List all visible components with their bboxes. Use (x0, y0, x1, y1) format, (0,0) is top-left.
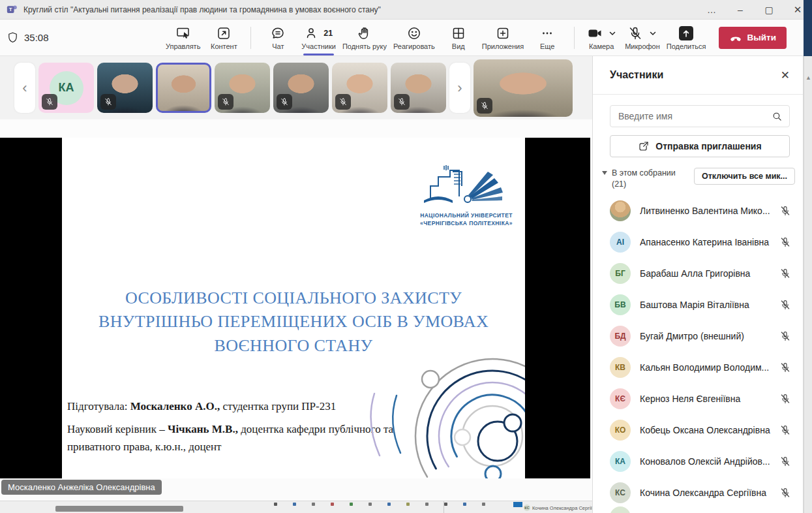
content-share-icon (216, 25, 232, 41)
mic-chevron-down-icon[interactable] (649, 29, 657, 37)
participant-video-tile[interactable] (156, 63, 211, 113)
section-collapse[interactable]: В этом собрании (21) (602, 168, 676, 190)
leave-button[interactable]: Выйти (719, 27, 787, 49)
apps-button[interactable]: Приложения (479, 21, 527, 55)
mic-muted-icon[interactable] (45, 97, 54, 106)
mic-muted-icon[interactable] (104, 97, 113, 106)
participant-row[interactable]: БВ Баштова Марія Віталіївна (593, 289, 803, 320)
video-filmstrip: ‹КА › (0, 56, 592, 119)
teams-logo-icon: T (7, 4, 18, 15)
participant-avatar: КВ (610, 357, 631, 378)
screen-share-artifact (444, 501, 444, 513)
share-screen-button[interactable]: Поделиться (663, 21, 710, 55)
leave-button-label: Выйти (747, 33, 777, 42)
screen-share-artifact-participant: КС Кочина Олександра Сергіївна (524, 505, 600, 511)
next-tiles-button[interactable]: › (449, 63, 470, 113)
previous-tiles-button[interactable]: ‹ (14, 63, 35, 113)
participant-row[interactable]: АІ Апанасенко Катерина Іванівна (593, 226, 803, 258)
participant-row[interactable]: КЄ Керноз Неля Євгеніївна (593, 383, 803, 414)
participant-row[interactable]: БД Бугай Дмитро (внешний) (593, 320, 803, 352)
filmstrip-gap (0, 119, 592, 138)
mic-muted-icon[interactable] (779, 236, 791, 248)
mic-muted-icon[interactable] (779, 393, 791, 405)
mic-muted-icon[interactable] (338, 97, 348, 106)
participant-row[interactable]: КС Кочина Олександра Сергіївна (593, 477, 803, 508)
microphone-button[interactable]: Микрофон (622, 21, 663, 55)
mic-muted-icon[interactable] (397, 97, 406, 106)
participant-video-tile[interactable] (332, 63, 387, 113)
minimize-icon[interactable]: – (726, 0, 755, 19)
panel-close-icon[interactable]: ✕ (781, 69, 790, 82)
participant-video-tile[interactable] (273, 63, 329, 113)
react-button[interactable]: Реагировать (390, 21, 438, 55)
mic-muted-icon[interactable] (221, 97, 230, 106)
participant-avatar: КЄ (610, 388, 631, 409)
participant-search[interactable] (610, 105, 790, 127)
participant-name: Апанасенко Катерина Іванівна (640, 237, 779, 247)
mic-muted-icon[interactable] (779, 487, 791, 499)
manage-button[interactable]: Управлять (162, 21, 203, 55)
mic-muted-icon[interactable] (779, 268, 791, 279)
prepared-name: Москаленко А.О., (130, 400, 220, 412)
camera-chevron-down-icon[interactable] (609, 29, 616, 37)
avatar-initials: КС (615, 488, 625, 497)
mic-muted-icon[interactable] (280, 97, 289, 106)
search-input[interactable] (617, 110, 766, 122)
search-icon[interactable] (772, 111, 783, 122)
participant-video-tile[interactable] (391, 63, 446, 113)
participants-panel: Участники ✕ Отправка приглашения В этом … (592, 56, 804, 513)
titlebar-more-icon[interactable]: … (697, 0, 726, 19)
participant-row[interactable]: КА Коновалов Олексій Андрійов... (593, 446, 803, 477)
raise-hand-button[interactable]: Поднять руку (339, 21, 390, 55)
university-logo: НАЦІОНАЛЬНИЙ УНІВЕРСИТЕТ «ЧЕРНІГІВСЬКА П… (404, 163, 525, 228)
tile-mic-muted-badge (277, 94, 292, 110)
mic-muted-icon[interactable] (779, 330, 791, 342)
participant-row[interactable]: Литвиненко Валентина Мико... (593, 195, 803, 226)
participants-count-badge: 21 (323, 29, 333, 38)
participant-row[interactable]: БГ Барабаш Алла Григорівна (593, 258, 803, 289)
view-button[interactable]: Вид (438, 21, 479, 55)
participant-video-tile[interactable] (97, 63, 153, 113)
mic-muted-icon[interactable] (779, 205, 791, 217)
tile-mic-muted-badge (335, 94, 351, 110)
mic-muted-icon[interactable] (480, 101, 489, 110)
content-button[interactable]: Контент (203, 21, 244, 55)
participant-name: Баштова Марія Віталіївна (640, 300, 779, 310)
chat-button[interactable]: Чат (258, 21, 298, 55)
participant-row[interactable]: КО Кобець Оксана Олександрівна (593, 414, 803, 446)
mic-muted-icon[interactable] (779, 424, 791, 436)
maximize-icon[interactable]: ▢ (755, 0, 783, 19)
participant-row[interactable]: КВ Кальян Володимир Володим... (593, 352, 803, 383)
participant-video-tile[interactable] (215, 63, 270, 113)
prepared-label: Підготувала: (67, 400, 130, 412)
more-button[interactable]: Еще (527, 21, 567, 55)
send-invite-button[interactable]: Отправка приглашения (610, 135, 790, 157)
mic-muted-icon[interactable] (779, 299, 791, 311)
phone-hangup-icon (729, 31, 742, 44)
presenter-name-label: Москаленко Анжеліка Олександрівна (1, 480, 162, 495)
participant-avatar: БВ (610, 294, 631, 315)
mic-muted-icon[interactable] (779, 456, 791, 467)
participant-avatar: АІ (610, 232, 631, 253)
logo-text-line2: «ЧЕРНІГІВСЬКА ПОЛІТЕХНІКА» (404, 220, 525, 228)
mute-all-button[interactable]: Отключить все мик... (694, 168, 795, 185)
avatar-initials: АІ (616, 238, 624, 247)
section-label: В этом собрании (612, 168, 676, 178)
meeting-timer: 35:08 (24, 32, 49, 43)
participant-initials-tile[interactable]: КА (38, 63, 94, 113)
screen-share-artifact (55, 506, 183, 512)
camera-button[interactable]: Камера (581, 21, 622, 55)
participant-avatar: КС (610, 482, 631, 503)
avatar-initials: КВ (615, 363, 625, 372)
tile-mic-muted-badge (218, 94, 233, 110)
participant-avatar (610, 200, 631, 221)
background-window-sliver (804, 0, 812, 56)
mic-muted-icon[interactable] (779, 362, 791, 373)
participants-button[interactable]: 21 Участники (298, 21, 339, 55)
teams-meeting-window: T Круглий стіл "Актуальні питання реаліз… (0, 0, 812, 513)
participant-list: Литвиненко Валентина Мико... АІ Апанасен… (593, 195, 803, 508)
participant-video-tile[interactable] (474, 59, 573, 117)
background-scrollbar-sliver: ▲ (804, 56, 812, 513)
scroll-up-icon[interactable]: ▲ (805, 74, 811, 81)
slide-credits: Підготувала: Москаленко А.О., студентка … (67, 397, 397, 461)
